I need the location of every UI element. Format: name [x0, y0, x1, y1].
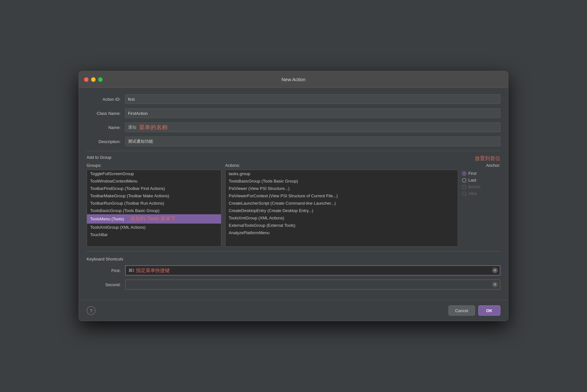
add-to-group-title: Add to Group	[87, 155, 500, 160]
first-shortcut-clear-button[interactable]: ✕	[492, 268, 498, 273]
class-name-row: Class Name:	[87, 108, 500, 118]
second-shortcut-input[interactable]: ✕	[125, 279, 500, 290]
help-button[interactable]: ?	[87, 306, 96, 315]
anchor-last[interactable]: Last	[462, 178, 500, 183]
keyboard-section-title: Keyboard Shortcuts	[87, 257, 500, 261]
list-item[interactable]: ExternalToolsGroup (External Tools)	[225, 222, 458, 229]
first-shortcut-row: First: ⌘I 指定菜单快捷键 ✕	[87, 265, 500, 276]
list-item[interactable]: TouchBar	[87, 231, 221, 238]
anchor-column: Anchor: 放置到首位 First Last	[462, 163, 500, 196]
list-item[interactable]: ToolWindowContextMenu	[87, 177, 221, 185]
anchor-before[interactable]: Before	[462, 184, 500, 189]
groups-label: Groups:	[87, 163, 221, 168]
actions-list[interactable]: tasks.group ToolsBasicGroup (Tools Basic…	[225, 170, 458, 247]
name-row: Name: 通知 菜单的名称	[87, 123, 500, 132]
anchor-first-label: First	[468, 171, 476, 176]
action-id-input[interactable]	[125, 94, 500, 104]
list-item[interactable]: ToolsXmlGroup (XML Actions)	[225, 214, 458, 222]
list-item[interactable]: ToolsXmlGroup (XML Actions)	[87, 224, 221, 231]
action-id-label: Action ID:	[87, 97, 125, 102]
new-action-dialog: New Action Action ID: Class Name: Name: …	[79, 71, 508, 321]
maximize-button[interactable]	[98, 77, 103, 82]
radio-after[interactable]	[462, 192, 466, 196]
name-input-value: 通知	[128, 124, 136, 130]
list-item[interactable]: ToolbarRunGroup (Toolbar Run Actions)	[87, 200, 221, 207]
groups-list[interactable]: ToggleFullScreenGroup ToolWindowContextM…	[87, 170, 221, 247]
groups-actions-row: Groups: ToggleFullScreenGroup ToolWindow…	[87, 163, 500, 247]
groups-column: Groups: ToggleFullScreenGroup ToolWindow…	[87, 163, 221, 247]
groups-annotation: 添加到 Tools 菜单下	[130, 216, 176, 221]
ok-button[interactable]: OK	[478, 305, 501, 316]
actions-label: Actions:	[225, 163, 458, 168]
cancel-button[interactable]: Cancel	[448, 305, 475, 316]
list-item[interactable]: PsiViewerForContext (View PSI Structure …	[225, 192, 458, 200]
list-item[interactable]: ToolbarFindGroup (Toolbar Find Actions)	[87, 185, 221, 192]
first-shortcut-input[interactable]: ⌘I 指定菜单快捷键 ✕	[125, 265, 500, 276]
anchor-label: Anchor:	[462, 163, 500, 168]
anchor-last-label: Last	[468, 178, 476, 183]
list-item-selected[interactable]: ToolsMenu (Tools) 添加到 Tools 菜单下	[87, 214, 221, 224]
name-annotation: 菜单的名称	[139, 124, 168, 131]
dialog-footer: ? Cancel OK	[79, 300, 508, 321]
list-item[interactable]: tasks.group	[225, 170, 458, 177]
second-shortcut-clear-button[interactable]: ✕	[492, 282, 498, 287]
second-shortcut-label: Second:	[99, 282, 125, 287]
actions-column: Actions: tasks.group ToolsBasicGroup (To…	[225, 163, 458, 247]
description-input[interactable]	[125, 137, 500, 146]
list-item[interactable]: CreateDesktopEntry (Create Desktop Entry…	[225, 207, 458, 214]
anchor-options: First Last Before After	[462, 170, 500, 196]
list-item[interactable]: ToolbarMakeGroup (Toolbar Make Actions)	[87, 192, 221, 200]
list-item[interactable]: AnalyzePlatformMenu	[225, 229, 458, 236]
action-id-row: Action ID:	[87, 94, 500, 104]
list-item[interactable]: ToggleFullScreenGroup	[87, 170, 221, 177]
minimize-button[interactable]	[91, 77, 96, 82]
keyboard-section: Keyboard Shortcuts First: ⌘I 指定菜单快捷键 ✕ S…	[87, 257, 500, 290]
list-item[interactable]: ToolsBasicGroup (Tools Basic Group)	[225, 177, 458, 185]
list-item[interactable]: PsiViewer (View PSI Structure...)	[225, 185, 458, 192]
anchor-first[interactable]: First	[462, 171, 500, 176]
second-shortcut-row: Second: ✕	[87, 279, 500, 290]
radio-before[interactable]	[462, 185, 466, 189]
anchor-after-label: After	[468, 191, 477, 196]
add-to-group-section: Add to Group Groups: ToggleFullScreenGro…	[87, 155, 500, 247]
radio-last[interactable]	[462, 178, 466, 183]
description-label: Description:	[87, 139, 125, 144]
anchor-after[interactable]: After	[462, 191, 500, 196]
footer-buttons: Cancel OK	[448, 305, 500, 316]
first-shortcut-text: 指定菜单快捷键	[136, 268, 170, 274]
class-name-label: Class Name:	[87, 111, 125, 116]
list-item[interactable]: ToolsBasicGroup (Tools Basic Group)	[87, 207, 221, 214]
list-item[interactable]: CreateLauncherScript (Create Command-lin…	[225, 200, 458, 207]
name-label: Name:	[87, 125, 125, 130]
anchor-before-label: Before	[468, 184, 481, 189]
title-bar: New Action	[79, 71, 508, 88]
radio-first[interactable]	[462, 171, 466, 176]
first-shortcut-label: First:	[99, 268, 125, 273]
class-name-input[interactable]	[125, 108, 500, 118]
description-row: Description:	[87, 137, 500, 146]
close-button[interactable]	[84, 77, 89, 82]
cmd-icon: ⌘I	[128, 268, 134, 273]
dialog-body: Action ID: Class Name: Name: 通知 菜单的名称 De…	[79, 88, 508, 300]
dialog-title: New Action	[281, 77, 305, 82]
window-controls	[84, 77, 103, 82]
anchor-annotation: 放置到首位	[475, 155, 500, 162]
help-icon: ?	[90, 308, 92, 313]
name-input-wrapper: 通知 菜单的名称	[125, 123, 500, 132]
